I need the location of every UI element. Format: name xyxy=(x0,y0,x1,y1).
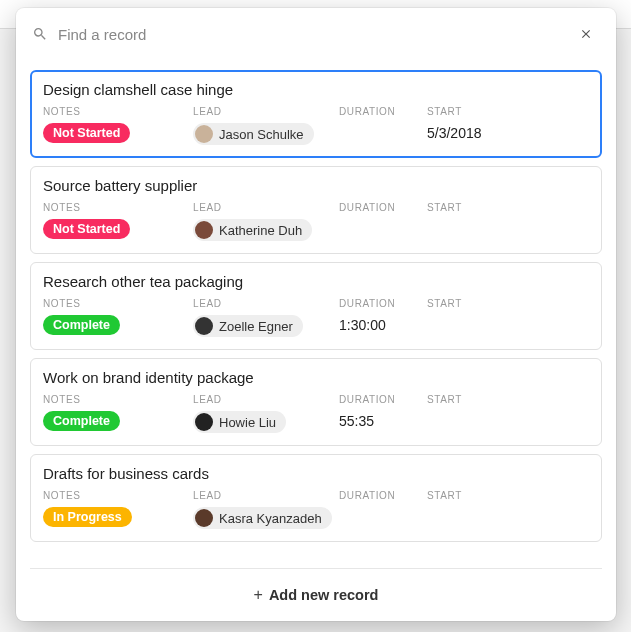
col-duration: DURATION xyxy=(339,202,427,241)
notes-header: NOTES xyxy=(43,394,193,405)
search-row xyxy=(16,8,616,60)
duration-header: DURATION xyxy=(339,202,427,213)
col-lead: LEADKasra Kyanzadeh xyxy=(193,490,339,529)
col-duration: DURATION55:35 xyxy=(339,394,427,433)
record-title: Work on brand identity package xyxy=(43,369,589,386)
avatar xyxy=(195,509,213,527)
notes-header: NOTES xyxy=(43,202,193,213)
plus-icon: + xyxy=(254,587,263,603)
lead-header: LEAD xyxy=(193,490,339,501)
status-badge: In Progress xyxy=(43,507,132,527)
duration-header: DURATION xyxy=(339,394,427,405)
start-header: START xyxy=(427,202,589,213)
avatar xyxy=(195,317,213,335)
lead-chip: Zoelle Egner xyxy=(193,315,303,337)
search-icon xyxy=(32,26,48,42)
lead-name: Zoelle Egner xyxy=(219,319,293,334)
lead-name: Jason Schulke xyxy=(219,127,304,142)
record-fields-row: NOTESNot StartedLEADJason SchulkeDURATIO… xyxy=(43,106,589,145)
duration-header: DURATION xyxy=(339,298,427,309)
start-header: START xyxy=(427,394,589,405)
record-picker-modal: Design clamshell case hingeNOTESNot Star… xyxy=(16,8,616,621)
duration-value: 55:35 xyxy=(339,411,427,431)
record-title: Source battery supplier xyxy=(43,177,589,194)
col-notes: NOTESNot Started xyxy=(43,202,193,241)
col-start: START5/3/2018 xyxy=(427,106,589,145)
col-start: START xyxy=(427,490,589,529)
col-lead: LEADKatherine Duh xyxy=(193,202,339,241)
col-start: START xyxy=(427,202,589,241)
record-title: Drafts for business cards xyxy=(43,465,589,482)
start-header: START xyxy=(427,298,589,309)
record-card[interactable]: Research other tea packagingNOTESComplet… xyxy=(30,262,602,350)
duration-header: DURATION xyxy=(339,490,427,501)
col-lead: LEADHowie Liu xyxy=(193,394,339,433)
avatar xyxy=(195,413,213,431)
lead-header: LEAD xyxy=(193,394,339,405)
record-fields-row: NOTESCompleteLEADHowie LiuDURATION55:35S… xyxy=(43,394,589,433)
record-fields-row: NOTESCompleteLEADZoelle EgnerDURATION1:3… xyxy=(43,298,589,337)
col-notes: NOTESComplete xyxy=(43,394,193,433)
record-fields-row: NOTESIn ProgressLEADKasra KyanzadehDURAT… xyxy=(43,490,589,529)
add-record-label: Add new record xyxy=(269,587,379,603)
records-list: Design clamshell case hingeNOTESNot Star… xyxy=(16,60,616,568)
record-card[interactable]: Drafts for business cardsNOTESIn Progres… xyxy=(30,454,602,542)
duration-header: DURATION xyxy=(339,106,427,117)
close-icon xyxy=(579,27,593,41)
lead-header: LEAD xyxy=(193,298,339,309)
lead-chip: Jason Schulke xyxy=(193,123,314,145)
record-card[interactable]: Source battery supplierNOTESNot StartedL… xyxy=(30,166,602,254)
col-lead: LEADZoelle Egner xyxy=(193,298,339,337)
duration-value: 1:30:00 xyxy=(339,315,427,335)
col-start: START xyxy=(427,298,589,337)
lead-chip: Kasra Kyanzadeh xyxy=(193,507,332,529)
start-header: START xyxy=(427,106,589,117)
lead-name: Kasra Kyanzadeh xyxy=(219,511,322,526)
status-badge: Complete xyxy=(43,411,120,431)
col-duration: DURATION1:30:00 xyxy=(339,298,427,337)
lead-chip: Howie Liu xyxy=(193,411,286,433)
record-card[interactable]: Design clamshell case hingeNOTESNot Star… xyxy=(30,70,602,158)
avatar xyxy=(195,125,213,143)
status-badge: Not Started xyxy=(43,219,130,239)
add-new-record-button[interactable]: + Add new record xyxy=(16,569,616,621)
notes-header: NOTES xyxy=(43,490,193,501)
close-button[interactable] xyxy=(574,22,598,46)
avatar xyxy=(195,221,213,239)
record-card[interactable]: Work on brand identity packageNOTESCompl… xyxy=(30,358,602,446)
notes-header: NOTES xyxy=(43,298,193,309)
col-duration: DURATION xyxy=(339,490,427,529)
status-badge: Not Started xyxy=(43,123,130,143)
col-notes: NOTESIn Progress xyxy=(43,490,193,529)
record-title: Research other tea packaging xyxy=(43,273,589,290)
record-fields-row: NOTESNot StartedLEADKatherine DuhDURATIO… xyxy=(43,202,589,241)
col-notes: NOTESComplete xyxy=(43,298,193,337)
lead-header: LEAD xyxy=(193,106,339,117)
lead-name: Howie Liu xyxy=(219,415,276,430)
lead-name: Katherine Duh xyxy=(219,223,302,238)
col-start: START xyxy=(427,394,589,433)
status-badge: Complete xyxy=(43,315,120,335)
start-header: START xyxy=(427,490,589,501)
start-value: 5/3/2018 xyxy=(427,123,589,143)
col-notes: NOTESNot Started xyxy=(43,106,193,145)
lead-header: LEAD xyxy=(193,202,339,213)
record-title: Design clamshell case hinge xyxy=(43,81,589,98)
lead-chip: Katherine Duh xyxy=(193,219,312,241)
col-lead: LEADJason Schulke xyxy=(193,106,339,145)
col-duration: DURATION xyxy=(339,106,427,145)
search-input[interactable] xyxy=(58,26,574,43)
notes-header: NOTES xyxy=(43,106,193,117)
